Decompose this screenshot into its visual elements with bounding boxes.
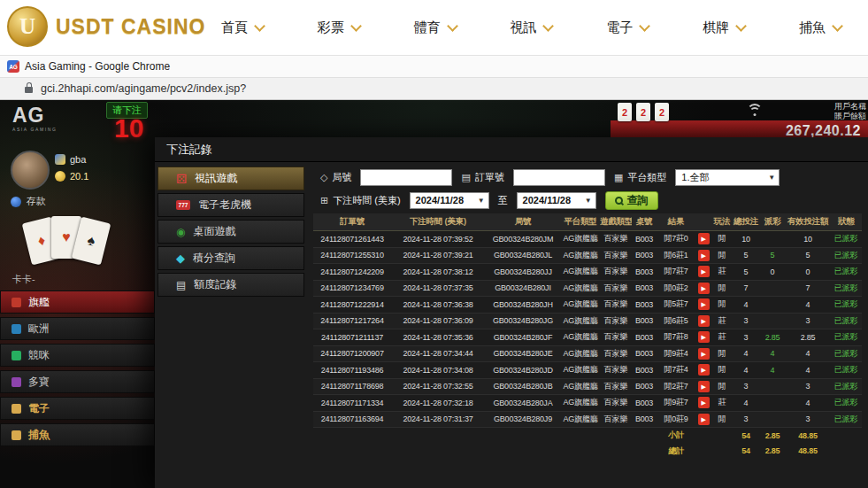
platform-label: 平台類型 — [627, 171, 666, 184]
replay-cell: ▶ — [695, 266, 711, 277]
cell-valid: 0 — [786, 267, 830, 276]
cell-order: 241128071163694 — [313, 414, 391, 423]
cell-status: 已派彩 — [830, 233, 862, 244]
nav-item[interactable]: 體育 — [414, 19, 457, 36]
modal-title: 下注記錄 — [155, 137, 868, 162]
cell-time: 2024-11-28 07:38:12 — [391, 267, 485, 276]
cell-platform: AG旗艦廳 — [561, 250, 600, 261]
logo-badge-icon: U — [7, 6, 48, 47]
cell-valid: 4 — [786, 349, 830, 358]
date-to-value: 2024/11/28 — [523, 195, 571, 205]
replay-button[interactable]: ▶ — [698, 381, 710, 392]
cards-graphic: ♦ ♥ ♠ — [23, 214, 120, 267]
nav-item[interactable]: 電子 — [606, 19, 649, 36]
nav-item[interactable]: 視訊 — [510, 19, 552, 36]
lobby-menu-item[interactable]: 歐洲 — [0, 317, 155, 340]
nav-item[interactable]: 捕魚 — [799, 19, 841, 36]
cell-status: 已派彩 — [830, 414, 862, 425]
cell-round: GB00324B280JD — [485, 366, 561, 375]
replay-button[interactable]: ▶ — [698, 397, 710, 408]
replay-button[interactable]: ▶ — [698, 250, 710, 261]
cell-round: GB00324B280JE — [485, 349, 561, 358]
menu-icon — [12, 430, 21, 440]
nav-item[interactable]: 首頁 — [221, 19, 264, 36]
table-row: 2411280712009072024-11-28 07:34:44GB0032… — [313, 346, 862, 363]
cell-status: 已派彩 — [830, 381, 862, 392]
table-row: 2411280712553102024-11-28 07:39:21GB0032… — [313, 248, 862, 265]
date-from-value: 2024/11/28 — [416, 195, 464, 205]
date-from-select[interactable]: 2024/11/28 ▼ — [410, 192, 489, 209]
time-label-group: ⊞ 下注時間 (美東) — [320, 194, 401, 207]
url-text[interactable]: gci.2hhapi.com/agingame/pcv2/index.jsp? — [41, 82, 246, 95]
modal-content: ◇ 局號 ▤ 訂單號 ▦ 平台類型 1.全部 ▼ — [307, 162, 868, 488]
replay-button[interactable]: ▶ — [698, 283, 710, 294]
dice-icon: ⚄ — [176, 172, 187, 186]
sidebar-item-label: 額度記錄 — [194, 277, 236, 292]
replay-button[interactable]: ▶ — [698, 298, 710, 310]
lobby-menu-item[interactable]: 多寶 — [0, 370, 155, 393]
lobby-menu-item[interactable]: 旗艦 — [0, 290, 155, 314]
round-input[interactable] — [360, 169, 452, 186]
cell-table-no: B003 — [632, 366, 657, 375]
date-to-select[interactable]: 2024/11/28 ▼ — [517, 192, 596, 209]
cell-status: 已派彩 — [830, 348, 862, 360]
cell-playtype: 莊 — [711, 315, 733, 327]
lock-icon[interactable] — [25, 87, 33, 93]
usdt-logo[interactable]: U USDT CASINO — [7, 6, 205, 47]
gem-icon: ◆ — [176, 252, 185, 265]
nav-item[interactable]: 彩票 — [318, 19, 360, 36]
lobby-menu-item[interactable]: 捕魚 — [0, 423, 155, 446]
replay-button[interactable]: ▶ — [698, 348, 710, 360]
cell-platform: AG旗艦廳 — [561, 397, 600, 408]
replay-cell: ▶ — [695, 283, 711, 294]
nav-item[interactable]: 棋牌 — [703, 19, 745, 36]
cell-bet: 3 — [733, 414, 759, 423]
replay-button[interactable]: ▶ — [698, 233, 710, 244]
replay-cell: ▶ — [695, 331, 711, 343]
cell-playtype: 閒 — [711, 348, 733, 360]
replay-button[interactable]: ▶ — [698, 331, 710, 343]
balance-label: 賬戶餘額 — [834, 112, 866, 121]
cell-platform: AG旗艦廳 — [561, 348, 600, 360]
cell-status: 已派彩 — [830, 397, 862, 408]
cell-valid: 48.85 — [786, 446, 830, 455]
cell-bet: 54 — [733, 446, 759, 455]
chevron-down-icon: ▼ — [768, 174, 775, 182]
search-button[interactable]: 查詢 — [605, 191, 658, 210]
grid-icon: ▦ — [614, 172, 623, 183]
lobby-menu-item[interactable]: 競咪 — [0, 344, 155, 367]
lobby-menu-item[interactable]: 電子 — [0, 397, 155, 420]
sidebar-item-table-games[interactable]: ◉桌面遊戲 — [157, 220, 304, 244]
replay-cell: ▶ — [695, 315, 711, 327]
sidebar-item-credit-records[interactable]: ▤額度記錄 — [157, 273, 304, 297]
game-area: AG ASIA GAMING 请下注 10 222 267,240.12 用戶名… — [0, 100, 868, 488]
cell-valid: 4 — [786, 366, 830, 375]
replay-button[interactable]: ▶ — [698, 315, 710, 327]
sidebar-item-video-games[interactable]: ⚄視訊遊戲 — [157, 167, 304, 190]
cell-round: GB00324B280JA — [485, 399, 561, 407]
platform-select[interactable]: 1.全部 ▼ — [675, 169, 780, 186]
deposit-row[interactable]: 存款 — [11, 195, 46, 208]
header-cell: 平台類型 — [561, 216, 600, 228]
order-input[interactable] — [513, 169, 605, 186]
cell-bet: 3 — [733, 316, 759, 325]
sidebar-item-points-query[interactable]: ◆積分查詢 — [157, 246, 304, 270]
replay-button[interactable]: ▶ — [698, 414, 710, 425]
chevron-down-icon — [254, 20, 265, 32]
cell-order: 241128071171334 — [313, 399, 391, 407]
replay-cell: ▶ — [695, 348, 711, 360]
cell-order: 241128071211137 — [313, 333, 391, 342]
replay-button[interactable]: ▶ — [698, 364, 710, 376]
sidebar-item-slots[interactable]: 777電子老虎機 — [157, 193, 304, 217]
cell-bet: 54 — [733, 431, 759, 440]
magnifier-icon — [615, 197, 623, 205]
avatar — [11, 151, 50, 190]
header-cell: 桌號 — [632, 216, 657, 228]
table-row: 2411280712229142024-11-28 07:36:38GB0032… — [313, 297, 862, 314]
chrome-urlbar[interactable]: gci.2hhapi.com/agingame/pcv2/index.jsp? — [0, 77, 868, 100]
cell-table-no: B003 — [632, 251, 657, 259]
bet-records-modal: 下注記錄 ⚄視訊遊戲777電子老虎機◉桌面遊戲◆積分查詢▤額度記錄 ◇ 局號 ▤… — [155, 137, 868, 488]
nav-item-label: 捕魚 — [799, 19, 826, 36]
replay-button[interactable]: ▶ — [698, 266, 710, 277]
nav-item-label: 體育 — [414, 19, 441, 36]
